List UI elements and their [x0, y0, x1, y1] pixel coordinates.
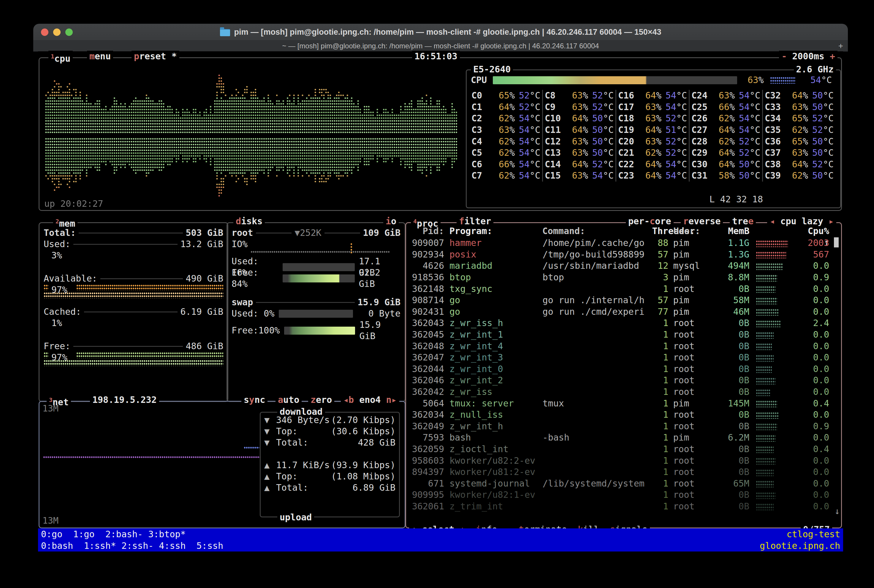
- disk-root-free-meter: [283, 274, 355, 282]
- core-row: C1664%54°C: [618, 90, 687, 102]
- cpu-cores-panel: E5-2640 2.6 GHz CPU 63% 54°C C065%52°CC1…: [466, 69, 841, 208]
- mem-total-value: 503 GiB: [186, 227, 223, 238]
- interval-minus[interactable]: -: [781, 51, 787, 62]
- core-row: C065%52°C: [471, 90, 540, 102]
- core-row: C3562%52°C: [765, 124, 833, 136]
- core-column: C863%52°CC963%52°CC1064%50°CC1164%50°CC1…: [542, 90, 615, 182]
- core-row: C3363%50°C: [765, 102, 833, 113]
- up-speed-bits: (93.9 Kibps): [331, 459, 396, 471]
- up-top: (1.08 Mibps): [331, 471, 396, 482]
- cpu-panel: 1cpu menu preset * 16:51:03 - 2000ms + u…: [39, 57, 842, 211]
- process-panel: 4proc filter per-core reverse tree ◂ cpu…: [405, 222, 842, 528]
- process-row[interactable]: 909995kworker/u82:1-ev1root0B0.0: [410, 489, 829, 501]
- active-tab[interactable]: ~ — [mosh] pim@glootie.ipng.ch: /home/pi…: [282, 42, 599, 50]
- new-tab-button[interactable]: +: [838, 42, 843, 50]
- load-average: L 42 32 18: [709, 194, 763, 205]
- tmux-windows-inner[interactable]: 0:bash 1:ssh* 2:ssh- 4:ssh 5:ssh: [41, 540, 223, 552]
- uptime: up 20:02:27: [44, 198, 103, 210]
- minimize-button[interactable]: [53, 28, 60, 36]
- core-row: C3864%52°C: [765, 159, 833, 170]
- process-scrollbar-thumb[interactable]: [834, 237, 839, 248]
- close-button[interactable]: [41, 28, 48, 36]
- tmux-windows-outer[interactable]: 0:go 1:go 2:bash- 3:btop*: [41, 529, 186, 540]
- core-row: C1464%52°C: [545, 159, 614, 170]
- disk-swap-used-meter: [279, 310, 353, 318]
- core-row: C3962%50°C: [765, 170, 833, 182]
- net-sync-toggle[interactable]: sync: [241, 394, 268, 405]
- core-row: C2566%54°C: [691, 102, 760, 113]
- process-row[interactable]: 918536btopbtop3pim8.8M0.9: [410, 272, 829, 284]
- mem-avail-label: Available:: [44, 273, 97, 284]
- process-row[interactable]: 362042z_wr_iss1root0B0.0: [410, 386, 829, 398]
- process-row[interactable]: 362034z_null_iss1root0B0.0: [410, 409, 829, 421]
- tab-bar: ~ — [mosh] pim@glootie.ipng.ch: /home/pi…: [33, 40, 848, 52]
- disk-swap-used-label: Used: 0%: [232, 308, 275, 319]
- desktop: pim — [mosh] pim@glootie.ipng.ch: /home/…: [0, 0, 874, 588]
- cpu-frequency: 2.6 GHz: [794, 64, 836, 75]
- net-download-graph-blue: [244, 446, 259, 449]
- window-titlebar[interactable]: pim — [mosh] pim@glootie.ipng.ch: /home/…: [33, 24, 848, 40]
- process-row[interactable]: 958603kworker/u82:2-ev1root0B0.0: [410, 455, 829, 466]
- zoom-button[interactable]: [65, 28, 73, 36]
- process-row[interactable]: 362045z_wr_int_11root0B0.0: [410, 329, 829, 340]
- process-row[interactable]: 362047z_wr_int_31root0B0.0: [410, 352, 829, 363]
- window-title: pim — [mosh] pim@glootie.ipng.ch: /home/…: [220, 28, 662, 37]
- mem-used-value: 13.2 GiB: [181, 238, 224, 250]
- core-row: C462%54°C: [471, 136, 540, 147]
- cpu-panel-title[interactable]: 1cpu: [48, 51, 73, 64]
- process-row[interactable]: 362043z_wr_iss_h1root0B2.4: [410, 317, 829, 329]
- up-total: 6.89 GiB: [353, 482, 396, 494]
- net-scale-top: 13M: [42, 403, 59, 414]
- process-row[interactable]: 362046z_wr_int_21root0B0.0: [410, 375, 829, 386]
- process-row[interactable]: 362059z_ioctl_int1root0B0.4: [410, 444, 829, 455]
- net-interface-switcher[interactable]: ◂b eno4 n▸: [341, 394, 399, 405]
- scroll-down-indicator[interactable]: ↓: [835, 506, 840, 517]
- core-row: C666%54°C: [471, 159, 540, 170]
- disk-swap-used-value: 0 Byte: [369, 308, 400, 319]
- process-row[interactable]: 7593bash-bash1pim6.2M0.0: [410, 432, 829, 444]
- process-row[interactable]: 362049z_wr_int_h1root0B0.9: [410, 421, 829, 432]
- mem-cached-pct: 1%: [51, 317, 223, 329]
- core-row: C3064%50°C: [691, 159, 760, 170]
- core-row: C3465%52°C: [765, 113, 833, 124]
- core-row: C2862%52°C: [691, 136, 760, 147]
- core-row: C1263%50°C: [545, 136, 614, 147]
- core-row: C1964%51°C: [618, 124, 687, 136]
- interval-plus[interactable]: +: [830, 51, 835, 62]
- cpu-model: E5-2640: [471, 64, 513, 75]
- folder-icon: [220, 29, 230, 36]
- disk-io-spike: [350, 243, 353, 254]
- process-row[interactable]: 4626mariadbd/usr/sbin/mariadbd12mysql494…: [410, 260, 829, 272]
- core-column: C3264%50°CC3363%50°CC3465%52°CC3562%52°C…: [762, 90, 835, 182]
- process-row[interactable]: 362048z_wr_int_41root0B0.0: [410, 340, 829, 352]
- core-column: C2463%54°CC2566%54°CC2662%54°CC2764%54°C…: [689, 90, 762, 182]
- core-row: C3264%50°C: [765, 90, 833, 102]
- tmux-session-outer: ctlog-test: [787, 529, 840, 540]
- traffic-lights: [41, 24, 73, 40]
- net-scale-bottom: 13M: [42, 515, 59, 526]
- preset-button[interactable]: preset *: [131, 51, 179, 62]
- process-row[interactable]: 5064tmux: servertmux1pim145M0.4: [410, 398, 829, 409]
- process-row[interactable]: 894397kworker/u81:2-ev1root0B0.0: [410, 466, 829, 478]
- disk-swap-size: 15.9 GiB: [358, 297, 401, 308]
- core-row: C3665%50°C: [765, 136, 833, 147]
- process-row[interactable]: 362061z_trim_int1root0B0.0: [410, 501, 829, 512]
- mem-used-pct: 3%: [51, 250, 223, 261]
- process-row[interactable]: 902934posix/tmp/go-build59889957pim1.3G5…: [410, 249, 829, 261]
- disk-root-iopct: IO%: [232, 238, 248, 250]
- process-row[interactable]: 671systemd-journal/lib/systemd/system1ro…: [410, 478, 829, 489]
- net-zero-toggle[interactable]: zero: [308, 394, 334, 405]
- net-auto-toggle[interactable]: auto: [275, 394, 302, 405]
- process-row[interactable]: 362148txg_sync1root0B0.0: [410, 283, 829, 295]
- menu-button[interactable]: menu: [87, 51, 113, 62]
- memory-panel: 2mem Total:503 GiB Used:13.2 GiB 3% Avai…: [39, 222, 228, 402]
- process-row[interactable]: 909007hammer/home/pim/.cache/go88pim1.1G…: [410, 237, 829, 249]
- disk-root-io: ▼252K: [295, 227, 321, 238]
- down-top: (30.6 Kibps): [331, 426, 396, 437]
- process-row[interactable]: 902431gogo run ./cmd/experi77pim46M0.0: [410, 306, 829, 318]
- disk-root-free-value: 92.2 GiB: [359, 267, 400, 290]
- process-row[interactable]: 362044z_wr_int_01root0B0.0: [410, 363, 829, 375]
- core-column: C1664%54°CC1763%54°CC1863%52°CC1964%51°C…: [615, 90, 689, 182]
- mem-free-pct: 97%: [51, 352, 223, 363]
- process-row[interactable]: 908714gogo run ./internal/h57pim58M0.0: [410, 295, 829, 306]
